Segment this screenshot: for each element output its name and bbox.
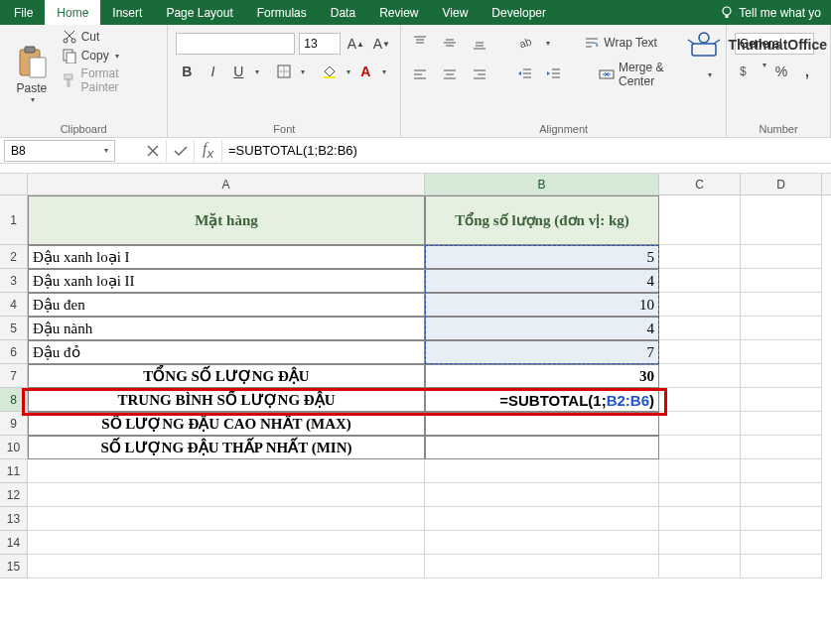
cell-C3[interactable] (659, 269, 741, 293)
cell-C12[interactable] (659, 483, 741, 507)
align-bottom-button[interactable] (469, 33, 490, 53)
cell-D12[interactable] (741, 483, 822, 507)
cell-B7[interactable]: 30 (425, 364, 659, 388)
cell-A3[interactable]: Đậu xanh loại II (28, 269, 425, 293)
cell-B15[interactable] (425, 555, 659, 579)
increase-indent-button[interactable] (544, 64, 566, 84)
cell-D11[interactable] (741, 459, 822, 483)
tab-view[interactable]: View (431, 0, 481, 25)
cell-B9[interactable] (425, 412, 659, 436)
cell-C7[interactable] (659, 364, 741, 388)
tab-review[interactable]: Review (367, 0, 430, 25)
cell-A13[interactable] (28, 507, 425, 531)
tab-formulas[interactable]: Formulas (245, 0, 319, 25)
row-header-4[interactable]: 4 (0, 293, 28, 317)
underline-button[interactable]: U (227, 61, 249, 82)
cell-B8[interactable]: =SUBTOTAL(1;B2:B6) (425, 388, 659, 412)
cells-grid[interactable]: Mặt hàng Tổng số lượng (đơn vị: kg) Đậu … (28, 195, 822, 579)
percent-button[interactable]: % (770, 61, 792, 82)
cell-B5[interactable]: 4 (425, 317, 659, 340)
col-header-B[interactable]: B (425, 174, 659, 194)
align-top-button[interactable] (409, 33, 431, 53)
orientation-button[interactable]: ab (514, 33, 536, 53)
increase-font-icon[interactable]: A▲ (345, 33, 366, 55)
col-header-A[interactable]: A (28, 174, 425, 194)
cell-D10[interactable] (741, 436, 822, 459)
cell-C15[interactable] (659, 555, 741, 579)
cell-D3[interactable] (741, 269, 822, 293)
cell-D8[interactable] (741, 388, 822, 412)
formula-input[interactable]: =SUBTOTAL(1;B2:B6) (222, 143, 831, 158)
tab-home[interactable]: Home (45, 0, 100, 25)
col-header-C[interactable]: C (659, 174, 741, 194)
format-painter-button[interactable]: Format Painter (62, 66, 160, 94)
cell-A10[interactable]: SỐ LƯỢNG ĐẬU THẤP NHẤT (MIN) (28, 436, 425, 459)
cell-D1[interactable] (741, 195, 822, 245)
cell-D4[interactable] (741, 293, 822, 317)
cell-B14[interactable] (425, 531, 659, 555)
cell-A7[interactable]: TỔNG SỐ LƯỢNG ĐẬU (28, 364, 425, 388)
cell-C2[interactable] (659, 245, 741, 269)
font-color-button[interactable]: A (354, 61, 376, 82)
cell-A8[interactable]: TRUNG BÌNH SỐ LƯỢNG ĐẬU (28, 388, 425, 412)
row-header-3[interactable]: 3 (0, 269, 28, 293)
row-header-15[interactable]: 15 (0, 555, 28, 579)
cell-B12[interactable] (425, 483, 659, 507)
cell-D15[interactable] (741, 555, 822, 579)
cell-C8[interactable] (659, 388, 741, 412)
row-header-10[interactable]: 10 (0, 436, 28, 459)
cell-A2[interactable]: Đậu xanh loại I (28, 245, 425, 269)
cell-A9[interactable]: SỐ LƯỢNG ĐẬU CAO NHẤT (MAX) (28, 412, 425, 436)
cell-D14[interactable] (741, 531, 822, 555)
cell-A1[interactable]: Mặt hàng (28, 195, 425, 245)
align-left-button[interactable] (409, 64, 431, 84)
cell-C4[interactable] (659, 293, 741, 317)
decrease-indent-button[interactable] (514, 64, 536, 84)
cell-C14[interactable] (659, 531, 741, 555)
font-name-select[interactable] (176, 33, 295, 55)
tab-insert[interactable]: Insert (100, 0, 154, 25)
insert-function-button[interactable]: fx (195, 140, 222, 162)
cell-B13[interactable] (425, 507, 659, 531)
row-header-14[interactable]: 14 (0, 531, 28, 555)
align-middle-button[interactable] (439, 33, 461, 53)
font-size-select[interactable] (299, 33, 341, 55)
cell-C10[interactable] (659, 436, 741, 459)
cell-A12[interactable] (28, 483, 425, 507)
cell-D9[interactable] (741, 412, 822, 436)
cell-C9[interactable] (659, 412, 741, 436)
cell-A4[interactable]: Đậu đen (28, 293, 425, 317)
cell-B3[interactable]: 4 (425, 269, 659, 293)
cell-B1[interactable]: Tổng số lượng (đơn vị: kg) (425, 195, 659, 245)
cell-D6[interactable] (741, 340, 822, 364)
cell-C13[interactable] (659, 507, 741, 531)
row-header-5[interactable]: 5 (0, 317, 28, 340)
wrap-text-button[interactable]: Wrap Text (578, 33, 663, 53)
borders-button[interactable] (273, 61, 295, 82)
cell-A5[interactable]: Đậu nành (28, 317, 425, 340)
bold-button[interactable]: B (176, 61, 198, 82)
cell-B10[interactable] (425, 436, 659, 459)
cell-A11[interactable] (28, 459, 425, 483)
cell-A15[interactable] (28, 555, 425, 579)
cell-D7[interactable] (741, 364, 822, 388)
cell-D2[interactable] (741, 245, 822, 269)
row-header-11[interactable]: 11 (0, 459, 28, 483)
cell-D13[interactable] (741, 507, 822, 531)
row-header-13[interactable]: 13 (0, 507, 28, 531)
row-header-8[interactable]: 8 (0, 388, 28, 412)
decrease-font-icon[interactable]: A▼ (370, 33, 392, 55)
cell-A6[interactable]: Đậu đỏ (28, 340, 425, 364)
cell-D5[interactable] (741, 317, 822, 340)
cell-B4[interactable]: 10 (425, 293, 659, 317)
enter-formula-button[interactable] (167, 140, 195, 162)
accounting-format-button[interactable]: $ (735, 61, 757, 82)
merge-center-button[interactable]: Merge & Center▾ (593, 59, 718, 90)
cell-B2[interactable]: 5 (425, 245, 659, 269)
tab-page-layout[interactable]: Page Layout (154, 0, 244, 25)
tab-data[interactable]: Data (319, 0, 367, 25)
row-header-12[interactable]: 12 (0, 483, 28, 507)
row-header-9[interactable]: 9 (0, 412, 28, 436)
paste-button[interactable]: Paste ▾ (8, 29, 56, 121)
col-header-D[interactable]: D (741, 174, 822, 194)
